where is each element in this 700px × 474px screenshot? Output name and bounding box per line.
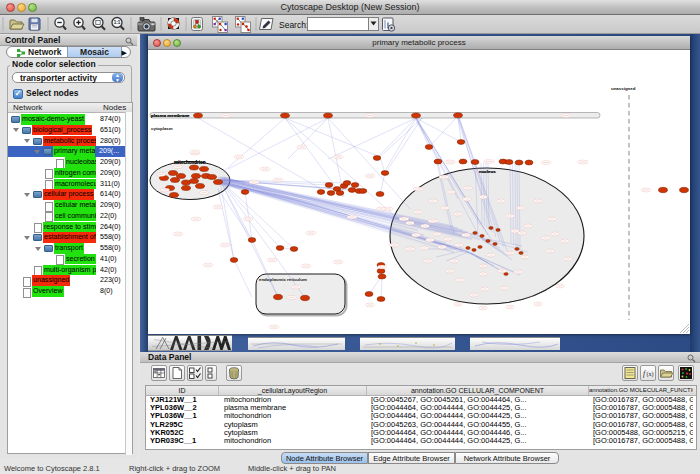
svg-text:cytoplasm: cytoplasm	[151, 126, 173, 131]
svg-text:1:1: 1:1	[114, 20, 121, 25]
svg-text:nucleus: nucleus	[479, 169, 496, 174]
svg-text:(x): (x)	[647, 371, 654, 378]
svg-text:plasma membrane: plasma membrane	[151, 113, 190, 118]
svg-text:Search:: Search:	[279, 20, 308, 30]
svg-text:endoplasmic reticulum: endoplasmic reticulum	[259, 277, 307, 282]
svg-text:mitochondrion: mitochondrion	[174, 160, 206, 165]
svg-text:unassigned: unassigned	[611, 86, 636, 91]
